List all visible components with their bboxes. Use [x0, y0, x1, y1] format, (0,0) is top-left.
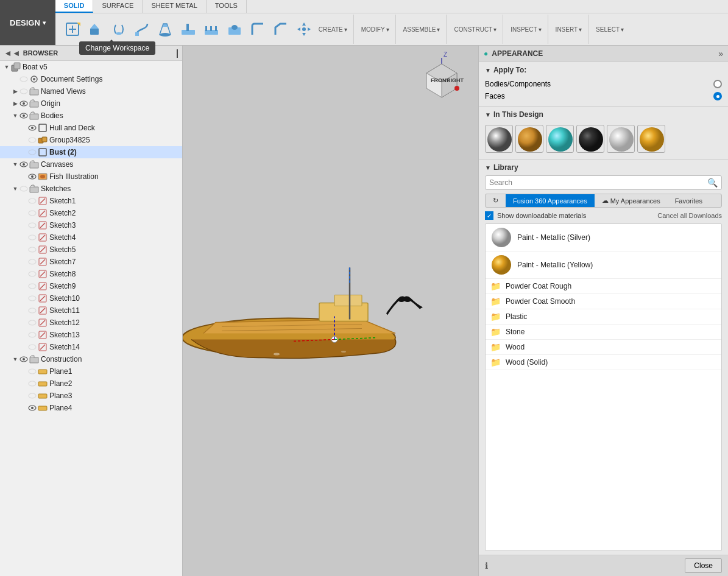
chamfer-btn[interactable]: [270, 19, 292, 39]
tree-item-sketch4[interactable]: Sketch4: [0, 231, 182, 244]
tab-my-appearances[interactable]: ☁ My Appearances: [595, 194, 668, 207]
tree-expand-sketch11[interactable]: [19, 306, 28, 315]
eye-icon-group34825[interactable]: [28, 136, 37, 144]
browser-content[interactable]: ▼Boat v5Document Settings▶Named Views▶Or…: [0, 61, 182, 576]
canvas-area[interactable]: Z FRONT RIGHT: [183, 46, 478, 576]
tree-item-sketch7[interactable]: Sketch7: [0, 256, 182, 268]
revolve-btn[interactable]: [108, 19, 130, 39]
folder-stone[interactable]: 📁 Stone: [486, 325, 721, 340]
tree-expand-plane3[interactable]: [19, 392, 28, 400]
folder-wood[interactable]: 📁 Wood: [486, 340, 721, 355]
tree-item-sketch9[interactable]: Sketch9: [0, 280, 182, 292]
tree-expand-sketch10[interactable]: [19, 294, 28, 303]
tree-item-sketch10[interactable]: Sketch10: [0, 292, 182, 304]
eye-icon-sketch12[interactable]: [28, 318, 37, 327]
eye-icon-plane2[interactable]: [28, 379, 37, 388]
eye-icon-sketch5[interactable]: [28, 245, 37, 254]
loft-btn[interactable]: [154, 19, 176, 39]
swatch-metal[interactable]: [485, 125, 513, 153]
tree-expand-bust2[interactable]: [19, 148, 28, 156]
browser-collapse-btn[interactable]: ◄◄: [4, 48, 21, 58]
tree-item-plane2[interactable]: Plane2: [0, 378, 182, 390]
web-btn[interactable]: [200, 19, 222, 39]
tree-expand-construction[interactable]: ▼: [11, 355, 19, 364]
folder-powder-smooth[interactable]: 📁 Powder Coat Smooth: [486, 294, 721, 309]
tree-item-sketches[interactable]: ▼Sketches: [0, 183, 182, 195]
tree-item-sketch13[interactable]: Sketch13: [0, 329, 182, 341]
eye-icon-plane1[interactable]: [28, 367, 37, 376]
tab-solid[interactable]: SOLID: [55, 0, 94, 13]
eye-icon-bodies[interactable]: [19, 111, 28, 120]
bodies-components-radio[interactable]: [713, 80, 722, 88]
eye-icon-sketch1[interactable]: [28, 197, 37, 205]
assemble-label[interactable]: ASSEMBLE ▾: [401, 25, 443, 34]
swatch-gold[interactable]: [637, 125, 665, 153]
tab-fusion360[interactable]: Fusion 360 Appearances: [506, 194, 595, 207]
tree-item-plane3[interactable]: Plane3: [0, 390, 182, 402]
sweep-btn[interactable]: [131, 19, 153, 39]
folder-plastic[interactable]: 📁 Plastic: [486, 309, 721, 325]
tab-tools[interactable]: TOOLS: [207, 0, 247, 13]
view-cube[interactable]: Z FRONT RIGHT: [417, 52, 466, 100]
tree-item-group34825[interactable]: Group34825: [0, 134, 182, 146]
tree-expand-origin[interactable]: ▶: [11, 99, 19, 108]
eye-icon-hull-deck[interactable]: [28, 124, 37, 132]
info-icon[interactable]: ℹ: [485, 561, 488, 571]
in-this-design-header[interactable]: ▼ In This Design: [485, 110, 722, 119]
swatch-silver[interactable]: [607, 125, 635, 153]
tree-expand-plane1[interactable]: [19, 367, 28, 376]
browser-pin-btn[interactable]: |: [176, 48, 178, 58]
eye-icon-sketches[interactable]: [19, 184, 28, 193]
hole-btn[interactable]: [224, 19, 246, 39]
tree-expand-sketch13[interactable]: [19, 331, 28, 339]
eye-icon-canvases[interactable]: [19, 160, 28, 169]
tree-expand-canvases[interactable]: ▼: [11, 160, 19, 169]
eye-icon-fish-illustration[interactable]: [28, 172, 37, 181]
eye-icon-sketch7[interactable]: [28, 258, 37, 266]
tree-expand-sketch9[interactable]: [19, 282, 28, 290]
tree-expand-plane2[interactable]: [19, 379, 28, 388]
tree-expand-boat[interactable]: ▼: [2, 63, 11, 71]
tree-item-sketch1[interactable]: Sketch1: [0, 195, 182, 207]
move-btn[interactable]: [293, 19, 315, 39]
search-row[interactable]: 🔍: [485, 175, 722, 190]
tree-item-sketch14[interactable]: Sketch14: [0, 341, 182, 353]
close-button[interactable]: Close: [685, 558, 722, 573]
faces-radio[interactable]: [713, 92, 722, 100]
extrude-btn[interactable]: [85, 19, 107, 39]
swatch-teal[interactable]: [546, 125, 574, 153]
tree-item-origin[interactable]: ▶Origin: [0, 97, 182, 110]
tree-item-canvases[interactable]: ▼Canvases: [0, 158, 182, 170]
eye-icon-sketch3[interactable]: [28, 221, 37, 230]
insert-label[interactable]: INSERT ▾: [553, 25, 585, 34]
tree-item-boat[interactable]: ▼Boat v5: [0, 61, 182, 73]
eye-icon-origin[interactable]: [19, 99, 28, 108]
tree-expand-sketch7[interactable]: [19, 258, 28, 266]
swatch-black[interactable]: [576, 125, 604, 153]
eye-icon-sketch11[interactable]: [28, 306, 37, 315]
tree-expand-named-views[interactable]: ▶: [11, 87, 19, 96]
eye-icon-bust2[interactable]: [28, 148, 37, 156]
tree-expand-sketch12[interactable]: [19, 318, 28, 327]
panel-expand-btn[interactable]: »: [718, 49, 723, 58]
material-list[interactable]: Paint - Metallic (Silver) Paint - Metall…: [485, 223, 722, 551]
show-downloadable-checkbox[interactable]: ✓: [485, 211, 493, 220]
eye-icon-sketch9[interactable]: [28, 282, 37, 290]
cancel-downloads-btn[interactable]: Cancel all Downloads: [657, 212, 722, 219]
select-label[interactable]: SELECT ▾: [593, 25, 626, 34]
eye-icon-construction[interactable]: [19, 355, 28, 364]
modify-label[interactable]: MODIFY ▾: [359, 25, 392, 34]
fillet-btn[interactable]: [247, 19, 269, 39]
tab-sheet-metal[interactable]: SHEET METAL: [143, 0, 206, 13]
new-component-btn[interactable]: [62, 19, 83, 39]
eye-icon-sketch8[interactable]: [28, 270, 37, 278]
tree-item-bust2[interactable]: Bust (2): [0, 146, 182, 158]
eye-icon-sketch4[interactable]: [28, 233, 37, 242]
tree-item-sketch2[interactable]: Sketch2: [0, 207, 182, 219]
tree-expand-plane4[interactable]: [19, 404, 28, 412]
eye-icon-plane3[interactable]: [28, 392, 37, 400]
eye-icon-sketch2[interactable]: [28, 209, 37, 217]
create-label[interactable]: CREATE ▾: [316, 25, 350, 34]
eye-icon-named-views[interactable]: [19, 87, 28, 96]
folder-wood-solid[interactable]: 📁 Wood (Solid): [486, 355, 721, 370]
